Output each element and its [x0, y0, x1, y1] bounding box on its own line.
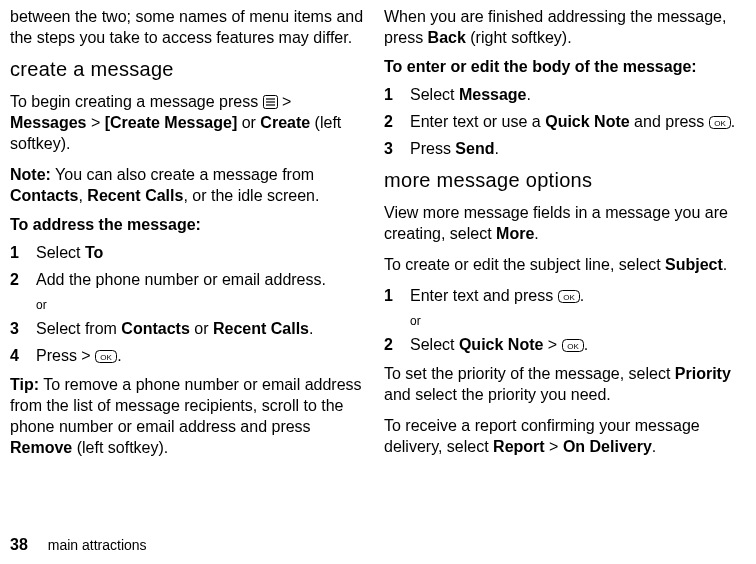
heading-create-a-message: create a message: [10, 58, 364, 81]
text: Enter text and press: [410, 287, 558, 304]
ok-key-icon: OK: [562, 339, 584, 352]
label-quick-note: Quick Note: [459, 336, 543, 353]
text: and press: [630, 113, 709, 130]
page-footer: 38 main attractions: [10, 536, 147, 554]
step-number: 2: [384, 334, 410, 355]
text: .: [117, 347, 121, 364]
ok-key-icon: OK: [95, 350, 117, 363]
label-create: Create: [260, 114, 310, 131]
step-text: Press > OK.: [36, 345, 364, 366]
label-messages: Messages: [10, 114, 87, 131]
or-separator: or: [36, 298, 364, 312]
heading-address-message: To address the message:: [10, 216, 364, 234]
priority-text: To set the priority of the message, sele…: [384, 363, 746, 405]
label-subject: Subject: [665, 256, 723, 273]
label-more: More: [496, 225, 534, 242]
step-text: Add the phone number or email address.: [36, 269, 364, 290]
text: .: [723, 256, 727, 273]
step-text: Select from Contacts or Recent Calls.: [36, 318, 364, 339]
label-to: To: [85, 244, 103, 261]
text: To set the priority of the message, sele…: [384, 365, 675, 382]
text: Enter text or use a: [410, 113, 545, 130]
left-column: between the two; some names of menu item…: [10, 6, 378, 564]
note-label: Note:: [10, 166, 51, 183]
text: .: [494, 140, 498, 157]
svg-text:OK: OK: [567, 342, 579, 351]
label-remove: Remove: [10, 439, 72, 456]
text: .: [584, 336, 588, 353]
text: View more message fields in a message yo…: [384, 204, 728, 242]
heading-enter-body: To enter or edit the body of the message…: [384, 58, 746, 76]
text: >: [545, 438, 563, 455]
right-column: When you are finished addressing the mes…: [378, 6, 746, 564]
text: Press >: [36, 347, 95, 364]
text: Select: [410, 336, 459, 353]
ok-key-icon: OK: [709, 116, 731, 129]
text: Select from: [36, 320, 121, 337]
label-priority: Priority: [675, 365, 731, 382]
list-item: 1 Select To: [10, 242, 364, 263]
label-on-delivery: On Delivery: [563, 438, 652, 455]
menu-icon: [263, 95, 278, 109]
list-item: 4 Press > OK.: [10, 345, 364, 366]
text: ,: [78, 187, 87, 204]
list-item: 1 Select Message.: [384, 84, 746, 105]
text: .: [309, 320, 313, 337]
step-number: 1: [384, 84, 410, 105]
text: or: [237, 114, 260, 131]
body-steps: 1 Select Message. 2 Enter text or use a …: [384, 84, 746, 159]
text: Select: [36, 244, 85, 261]
tip: Tip: To remove a phone number or email a…: [10, 374, 364, 458]
step-text: Select Message.: [410, 84, 746, 105]
step-number: 1: [384, 285, 410, 306]
ok-key-icon: OK: [558, 290, 580, 303]
subject-line-text: To create or edit the subject line, sele…: [384, 254, 746, 275]
or-separator: or: [410, 314, 746, 328]
text: .: [534, 225, 538, 242]
step-text: Enter text or use a Quick Note and press…: [410, 111, 746, 132]
list-item: 1 Enter text and press OK.: [384, 285, 746, 306]
text: .: [731, 113, 735, 130]
label-contacts: Contacts: [121, 320, 189, 337]
text: You can also create a message from: [51, 166, 314, 183]
step-number: 4: [10, 345, 36, 366]
text: Select: [410, 86, 459, 103]
text: .: [652, 438, 656, 455]
list-item: 3 Select from Contacts or Recent Calls.: [10, 318, 364, 339]
label-contacts: Contacts: [10, 187, 78, 204]
list-item: 2 Select Quick Note > OK.: [384, 334, 746, 355]
label-send: Send: [455, 140, 494, 157]
tip-label: Tip:: [10, 376, 39, 393]
list-item: 2 Add the phone number or email address.: [10, 269, 364, 290]
text: (right softkey).: [466, 29, 572, 46]
label-message: Message: [459, 86, 527, 103]
step-number: 3: [384, 138, 410, 159]
label-create-message: [Create Message]: [105, 114, 238, 131]
step-number: 1: [10, 242, 36, 263]
text: To remove a phone number or email addres…: [10, 376, 362, 435]
address-steps: 1 Select To 2 Add the phone number or em…: [10, 242, 364, 290]
text: >: [278, 93, 292, 110]
step-text: Select To: [36, 242, 364, 263]
list-item: 2 Enter text or use a Quick Note and pre…: [384, 111, 746, 132]
section-title: main attractions: [48, 537, 147, 553]
text: >: [543, 336, 561, 353]
text: , or the idle screen.: [183, 187, 319, 204]
step-text: Enter text and press OK.: [410, 285, 746, 306]
step-number: 2: [10, 269, 36, 290]
label-recent-calls: Recent Calls: [213, 320, 309, 337]
subject-steps-continued: 2 Select Quick Note > OK.: [384, 334, 746, 355]
label-quick-note: Quick Note: [545, 113, 629, 130]
step-text: Select Quick Note > OK.: [410, 334, 746, 355]
label-report: Report: [493, 438, 545, 455]
more-fields-text: View more message fields in a message yo…: [384, 202, 746, 244]
text: .: [580, 287, 584, 304]
svg-text:OK: OK: [563, 293, 575, 302]
svg-text:OK: OK: [714, 119, 726, 128]
list-item: 3 Press Send.: [384, 138, 746, 159]
step-number: 3: [10, 318, 36, 339]
text: To create or edit the subject line, sele…: [384, 256, 665, 273]
text: Press: [410, 140, 455, 157]
text: >: [87, 114, 105, 131]
label-back: Back: [428, 29, 466, 46]
